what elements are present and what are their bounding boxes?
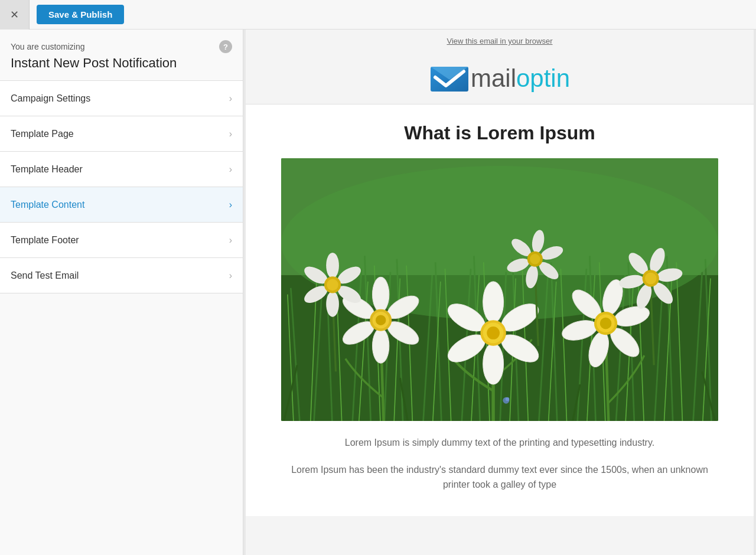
sidebar-item-send-test-email[interactable]: Send Test Email › bbox=[0, 258, 243, 293]
chevron-right-icon: › bbox=[229, 200, 232, 210]
close-button[interactable]: ✕ bbox=[0, 0, 30, 30]
sidebar-item-label: Template Content bbox=[11, 200, 84, 210]
email-body-text-2: Lorem Ipsum has been the industry's stan… bbox=[281, 462, 718, 492]
email-body-text-1: Lorem Ipsum is simply dummy text of the … bbox=[281, 435, 718, 450]
save-publish-button[interactable]: Save & Publish bbox=[37, 5, 124, 24]
sidebar-item-label: Template Header bbox=[11, 164, 83, 175]
svg-point-53 bbox=[483, 343, 504, 384]
sidebar-item-template-header[interactable]: Template Header › bbox=[0, 152, 243, 187]
mailoptin-logo-icon bbox=[429, 62, 470, 94]
view-browser-link-container: View this email in your browser bbox=[246, 30, 754, 50]
svg-point-58 bbox=[487, 327, 500, 339]
logo-text: mailoptin bbox=[471, 64, 570, 93]
sidebar-item-label: Template Footer bbox=[11, 235, 79, 246]
svg-point-63 bbox=[373, 328, 389, 363]
sidebar-item-label: Template Page bbox=[11, 129, 74, 139]
logo-mail-text: mail bbox=[471, 64, 516, 93]
sidebar: You are customizing ? Instant New Post N… bbox=[0, 30, 243, 555]
logo-container: mailoptin bbox=[429, 62, 570, 94]
chevron-right-icon: › bbox=[229, 129, 232, 139]
email-title: What is Lorem Ipsum bbox=[281, 122, 718, 144]
chevron-right-icon: › bbox=[229, 270, 232, 281]
svg-point-78 bbox=[600, 318, 612, 329]
svg-point-87 bbox=[327, 279, 338, 291]
preview-inner: View this email in your browser bbox=[246, 30, 754, 555]
chevron-right-icon: › bbox=[229, 93, 232, 104]
chevron-right-icon: › bbox=[229, 235, 232, 246]
svg-point-83 bbox=[326, 291, 339, 317]
svg-point-111 bbox=[506, 397, 510, 401]
svg-point-50 bbox=[483, 282, 504, 323]
top-bar: ✕ Save & Publish bbox=[0, 0, 756, 30]
customizing-section: You are customizing ? Instant New Post N… bbox=[0, 30, 243, 81]
main-layout: You are customizing ? Instant New Post N… bbox=[0, 30, 756, 555]
sidebar-item-template-footer[interactable]: Template Footer › bbox=[0, 223, 243, 258]
customizing-label: You are customizing ? bbox=[11, 40, 232, 53]
svg-point-68 bbox=[376, 315, 386, 325]
svg-point-80 bbox=[326, 253, 339, 279]
customizing-title: Instant New Post Notification bbox=[11, 56, 232, 71]
chevron-right-icon: › bbox=[229, 164, 232, 175]
sidebar-item-label: Send Test Email bbox=[11, 270, 79, 281]
svg-point-105 bbox=[530, 254, 540, 264]
flower-image bbox=[281, 158, 718, 421]
email-image-container bbox=[281, 158, 718, 421]
help-icon[interactable]: ? bbox=[219, 40, 232, 53]
preview-area: View this email in your browser bbox=[243, 30, 756, 555]
view-browser-link[interactable]: View this email in your browser bbox=[447, 37, 553, 45]
sidebar-item-campaign-settings[interactable]: Campaign Settings › bbox=[0, 81, 243, 116]
customizing-text: You are customizing bbox=[11, 42, 85, 51]
svg-point-60 bbox=[373, 277, 389, 312]
close-icon: ✕ bbox=[10, 8, 19, 21]
email-body: What is Lorem Ipsum bbox=[246, 105, 754, 516]
logo-optin-text: optin bbox=[516, 64, 570, 93]
sidebar-item-template-page[interactable]: Template Page › bbox=[0, 116, 243, 152]
sidebar-item-label: Campaign Settings bbox=[11, 93, 90, 104]
email-header: mailoptin bbox=[246, 50, 754, 105]
svg-point-96 bbox=[645, 273, 657, 285]
sidebar-item-template-content[interactable]: Template Content › bbox=[0, 187, 243, 223]
